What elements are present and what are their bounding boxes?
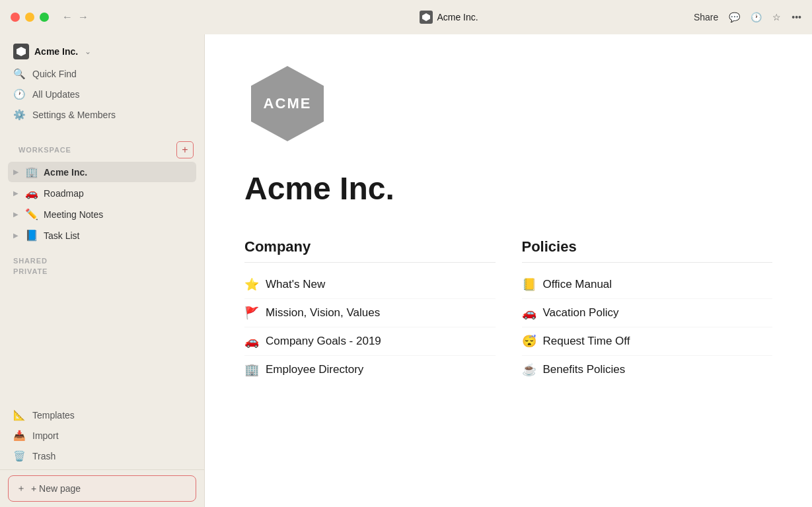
comment-icon[interactable]: 💬	[729, 12, 740, 22]
list-item[interactable]: 📒 Office Manual	[522, 271, 773, 299]
whats-new-label: What's New	[266, 278, 325, 291]
building-emoji: 🏢	[244, 362, 259, 377]
gear-icon: ⚙️	[13, 109, 26, 121]
sidebar-item-templates[interactable]: 📐 Templates	[8, 405, 196, 425]
shared-private-labels: SHARED PRIVATE	[0, 246, 204, 278]
maximize-button[interactable]	[40, 13, 49, 22]
pencil-icon: ✏️	[25, 208, 38, 220]
vacation-policy-label: Vacation Policy	[543, 306, 619, 320]
company-section: Company ⭐ What's New 🚩 Mission, Vision, …	[244, 238, 496, 384]
nav-items: ▶ 🏢 Acme Inc. ▶ 🚗 Roadmap ▶ ✏️ Meeting N…	[0, 161, 204, 246]
directory-label: Employee Directory	[266, 363, 363, 376]
sidebar-item-roadmap[interactable]: ▶ 🚗 Roadmap	[8, 183, 196, 203]
list-item[interactable]: ☕ Benefits Policies	[522, 356, 773, 384]
car2-emoji: 🚗	[522, 306, 536, 320]
sidebar-item-task-list[interactable]: ▶ 📘 Task List	[8, 225, 196, 246]
new-page-button[interactable]: ＋ + New page	[8, 475, 196, 502]
shared-label: SHARED	[13, 257, 191, 265]
meeting-notes-label: Meeting Notes	[44, 209, 103, 220]
sidebar-bottom: ＋ + New page	[0, 469, 204, 507]
content-grid: Company ⭐ What's New 🚩 Mission, Vision, …	[244, 238, 772, 384]
notebook-emoji: 📒	[522, 277, 536, 292]
chevron-down-icon: ⌄	[85, 47, 91, 56]
star-icon[interactable]: ☆	[772, 12, 781, 22]
page-logo: ACME	[244, 61, 772, 149]
back-arrow[interactable]: ←	[62, 11, 73, 23]
workspace-section-label: WORKSPACE	[13, 146, 77, 154]
acme-inc-label: Acme Inc.	[44, 167, 87, 178]
share-button[interactable]: Share	[694, 12, 718, 22]
quick-find-label: Quick Find	[32, 69, 77, 79]
sidebar-item-trash[interactable]: 🗑️ Trash	[8, 446, 196, 466]
private-label: PRIVATE	[13, 267, 191, 275]
workspace-section: WORKSPACE +	[0, 131, 204, 161]
book-icon: 📘	[25, 229, 38, 242]
policies-heading: Policies	[522, 238, 773, 263]
history-icon[interactable]: 🕐	[751, 12, 762, 22]
sidebar-item-all-updates[interactable]: 🕐 All Updates	[8, 84, 196, 104]
minimize-button[interactable]	[25, 13, 34, 22]
titlebar: ← → Acme Inc. Share 💬 🕐 ☆ •••	[0, 0, 812, 34]
settings-label: Settings & Members	[32, 110, 116, 120]
new-page-label: + New page	[31, 483, 81, 494]
search-icon: 🔍	[13, 68, 26, 80]
coffee-emoji: ☕	[522, 362, 536, 377]
page-title: Acme Inc.	[244, 170, 772, 207]
chevron-right-icon: ▶	[13, 211, 18, 218]
task-list-label: Task List	[44, 230, 79, 241]
chevron-right-icon: ▶	[13, 189, 18, 197]
close-button[interactable]	[11, 13, 20, 22]
list-item[interactable]: 🚩 Mission, Vision, Values	[244, 299, 496, 327]
car-icon: 🚗	[25, 187, 38, 199]
list-item[interactable]: 🚗 Company Goals - 2019	[244, 327, 496, 356]
svg-text:ACME: ACME	[264, 95, 312, 112]
trash-label: Trash	[32, 451, 55, 461]
policies-section: Policies 📒 Office Manual 🚗 Vacation Poli…	[522, 238, 773, 384]
sidebar-spacer	[0, 278, 204, 402]
policies-list: 📒 Office Manual 🚗 Vacation Policy 😴 Requ…	[522, 271, 773, 384]
time-off-label: Request Time Off	[543, 335, 630, 348]
svg-marker-0	[422, 13, 430, 21]
chevron-right-icon: ▶	[13, 168, 18, 176]
forward-arrow[interactable]: →	[78, 11, 89, 23]
sidebar-item-acme-inc[interactable]: ▶ 🏢 Acme Inc.	[8, 162, 196, 182]
sidebar-top: Acme Inc. ⌄ 🔍 Quick Find 🕐 All Updates ⚙…	[0, 34, 204, 131]
acme-icon: 🏢	[25, 166, 38, 178]
import-label: Import	[32, 430, 59, 441]
flag-emoji: 🚩	[244, 306, 259, 320]
nav-controls: ← →	[62, 11, 89, 23]
benefits-label: Benefits Policies	[543, 363, 626, 376]
titlebar-title: Acme Inc.	[437, 12, 478, 22]
add-page-button[interactable]: +	[176, 141, 194, 158]
company-list: ⭐ What's New 🚩 Mission, Vision, Values 🚗…	[244, 271, 496, 384]
list-item[interactable]: 🏢 Employee Directory	[244, 356, 496, 384]
sidebar-item-import[interactable]: 📥 Import	[8, 426, 196, 446]
new-page-plus-icon: ＋	[17, 483, 26, 494]
sidebar: Acme Inc. ⌄ 🔍 Quick Find 🕐 All Updates ⚙…	[0, 34, 205, 507]
more-icon[interactable]: •••	[792, 12, 801, 22]
sidebar-item-quick-find[interactable]: 🔍 Quick Find	[8, 64, 196, 84]
car-emoji: 🚗	[244, 334, 259, 349]
office-manual-label: Office Manual	[543, 278, 612, 291]
sidebar-item-settings[interactable]: ⚙️ Settings & Members	[8, 105, 196, 125]
list-item[interactable]: ⭐ What's New	[244, 271, 496, 299]
acme-hexagon-logo: ACME	[244, 61, 330, 147]
sidebar-bottom-items: 📐 Templates 📥 Import 🗑️ Trash	[0, 402, 204, 469]
list-item[interactable]: 😴 Request Time Off	[522, 327, 773, 356]
clock-icon: 🕐	[13, 88, 26, 100]
titlebar-actions: Share 💬 🕐 ☆ •••	[694, 12, 801, 22]
workspace-icon	[420, 11, 433, 24]
goals-label: Company Goals - 2019	[266, 335, 381, 348]
import-icon: 📥	[13, 430, 26, 442]
traffic-lights	[11, 13, 49, 22]
workspace-header[interactable]: Acme Inc. ⌄	[8, 40, 196, 63]
sidebar-workspace-name: Acme Inc.	[34, 46, 78, 57]
templates-icon: 📐	[13, 409, 26, 421]
roadmap-label: Roadmap	[44, 188, 84, 199]
sidebar-item-meeting-notes[interactable]: ▶ ✏️ Meeting Notes	[8, 204, 196, 224]
sidebar-workspace-icon	[13, 44, 29, 59]
svg-marker-1	[17, 47, 26, 56]
star-emoji: ⭐	[244, 277, 259, 292]
list-item[interactable]: 🚗 Vacation Policy	[522, 299, 773, 327]
plus-icon: +	[182, 144, 188, 156]
